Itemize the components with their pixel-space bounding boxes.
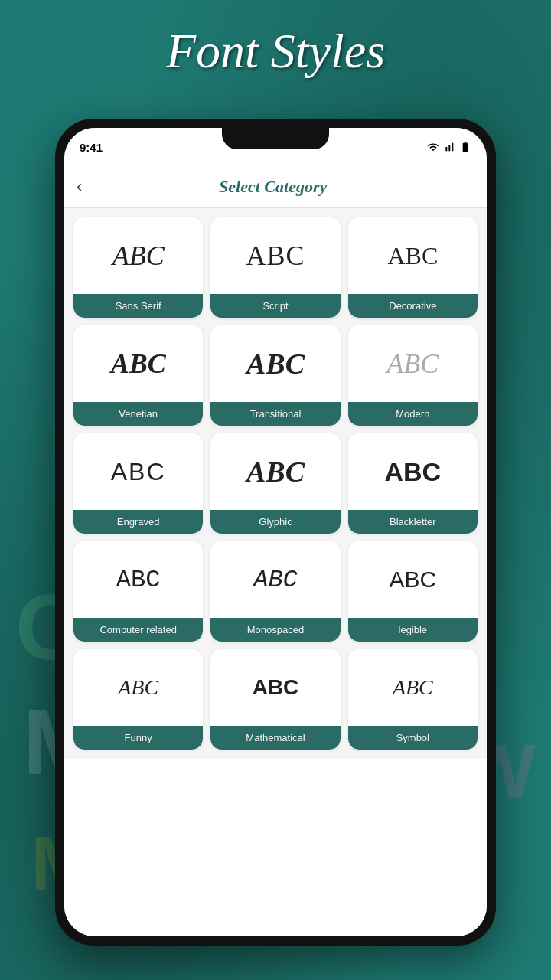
font-label-transitional: Transitional — [210, 402, 340, 426]
font-preview-engraved: ABC — [73, 433, 203, 510]
header: ‹ Select Category — [64, 166, 487, 208]
phone-frame: 9:41 ‹ Select Cate — [55, 119, 496, 946]
header-title: Select Category — [90, 177, 474, 197]
font-card-venetian[interactable]: ABCVenetian — [73, 325, 203, 426]
status-icons — [427, 141, 471, 153]
font-preview-decorative: ABC — [348, 217, 478, 294]
category-grid: ABCSans SerifABCScriptABCDecorativeABCVe… — [64, 208, 487, 759]
font-text-script: ABC — [246, 240, 305, 272]
status-time: 9:41 — [80, 141, 103, 154]
font-text-sans-serif: ABC — [112, 240, 165, 272]
font-card-modern[interactable]: ABCModern — [348, 325, 478, 426]
font-preview-monospaced: ABC — [210, 541, 340, 618]
font-preview-math: ABC — [210, 649, 340, 726]
font-preview-modern: ABC — [348, 325, 478, 402]
font-text-glyphic: ABC — [246, 455, 305, 488]
phone-screen: 9:41 ‹ Select Cate — [64, 128, 487, 936]
notch — [222, 128, 329, 149]
font-text-blackletter: ABC — [384, 457, 441, 487]
font-card-funny[interactable]: ABCFunny — [73, 649, 203, 750]
font-preview-venetian: ABC — [73, 325, 203, 402]
app-content: ‹ Select Category ABCSans SerifABCScript… — [64, 166, 487, 936]
font-card-computer[interactable]: ABCComputer related — [73, 541, 203, 642]
font-preview-glyphic: ABC — [210, 433, 340, 510]
font-label-monospaced: Monospaced — [210, 618, 340, 642]
font-card-engraved[interactable]: ABCEngraved — [73, 433, 203, 534]
font-text-math: ABC — [253, 675, 299, 700]
font-text-symbol: ABC — [393, 675, 433, 700]
font-card-math[interactable]: ABCMathematical — [210, 649, 340, 750]
font-preview-transitional: ABC — [210, 325, 340, 402]
font-label-math: Mathematical — [210, 726, 340, 750]
font-preview-script: ABC — [210, 217, 340, 294]
font-label-modern: Modern — [348, 402, 478, 426]
battery-icon — [459, 141, 471, 153]
font-text-monospaced: ABC — [253, 566, 298, 594]
font-text-transitional: ABC — [246, 347, 305, 381]
font-text-venetian: ABC — [111, 348, 166, 380]
font-preview-sans-serif: ABC — [73, 217, 203, 294]
back-button[interactable]: ‹ — [77, 177, 82, 197]
font-label-glyphic: Glyphic — [210, 510, 340, 534]
font-label-symbol: Symbol — [348, 726, 478, 750]
page-title: Font Styles — [0, 23, 551, 80]
font-preview-computer: ABC — [73, 541, 203, 618]
wifi-icon — [427, 141, 439, 153]
font-label-script: Script — [210, 294, 340, 318]
signal-icon — [443, 141, 455, 153]
font-label-funny: Funny — [73, 726, 203, 750]
font-card-glyphic[interactable]: ABCGlyphic — [210, 433, 340, 534]
font-card-sans-serif[interactable]: ABCSans Serif — [73, 217, 203, 318]
font-text-modern: ABC — [386, 348, 439, 380]
font-text-legible: ABC — [389, 567, 436, 593]
font-preview-legible: ABC — [348, 541, 478, 618]
font-card-symbol[interactable]: ABCSymbol — [348, 649, 478, 750]
font-label-venetian: Venetian — [73, 402, 203, 426]
font-card-script[interactable]: ABCScript — [210, 217, 340, 318]
font-text-decorative: ABC — [387, 242, 438, 270]
font-label-decorative: Decorative — [348, 294, 478, 318]
font-card-legible[interactable]: ABClegible — [348, 541, 478, 642]
font-preview-blackletter: ABC — [348, 433, 478, 510]
font-label-engraved: Engraved — [73, 510, 203, 534]
font-label-blackletter: Blackletter — [348, 510, 478, 534]
font-card-transitional[interactable]: ABCTransitional — [210, 325, 340, 426]
font-card-monospaced[interactable]: ABCMonospaced — [210, 541, 340, 642]
font-text-funny: ABC — [118, 675, 158, 700]
font-card-decorative[interactable]: ABCDecorative — [348, 217, 478, 318]
font-label-computer: Computer related — [73, 618, 203, 642]
status-bar: 9:41 — [64, 128, 487, 166]
font-text-computer: ABC — [116, 566, 161, 594]
font-text-engraved: ABC — [111, 458, 166, 486]
font-preview-funny: ABC — [73, 649, 203, 726]
font-preview-symbol: ABC — [348, 649, 478, 726]
font-label-legible: legible — [348, 618, 478, 642]
font-card-blackletter[interactable]: ABCBlackletter — [348, 433, 478, 534]
font-label-sans-serif: Sans Serif — [73, 294, 203, 318]
